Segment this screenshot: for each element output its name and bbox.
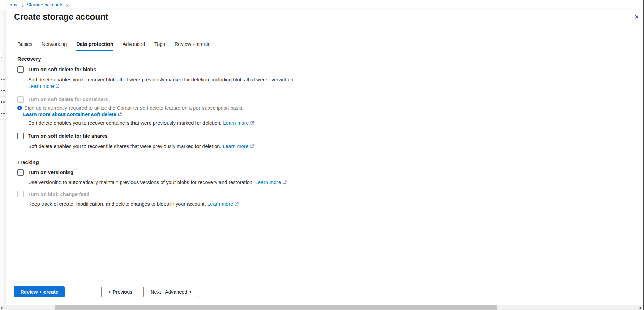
blob-change-feed-row: Turn on blob change feed xyxy=(17,191,539,197)
soft-delete-blobs-checkbox[interactable] xyxy=(17,66,24,73)
create-storage-account-blade: Create storage account ✕ Basics Networki… xyxy=(6,9,644,305)
review-create-button[interactable]: Review + create xyxy=(14,286,65,297)
background-partial-checkbox xyxy=(0,51,2,58)
description-text: Soft delete enables you to recover blobs… xyxy=(28,77,295,82)
wizard-footer: Review + create < Previous Next : Advanc… xyxy=(14,286,199,297)
soft-delete-file-shares-row: Turn on soft delete for file shares xyxy=(17,133,539,139)
info-text: Sign up is currently required to utilize… xyxy=(24,105,243,111)
chevron-right-icon: › xyxy=(66,1,68,8)
info-icon: i xyxy=(17,106,22,110)
blob-change-feed-learn-more-link[interactable]: Learn more xyxy=(207,201,239,207)
container-soft-delete-learn-more: Learn more about container soft delete xyxy=(23,112,539,117)
description-text: Use versioning to automatically maintain… xyxy=(28,180,254,185)
soft-delete-blobs-row: Turn on soft delete for blobs xyxy=(17,66,539,73)
breadcrumb: Home › Storage accounts › xyxy=(0,0,68,9)
versioning-learn-more-link[interactable]: Learn more xyxy=(255,180,287,185)
soft-delete-blobs-description: Soft delete enables you to recover blobs… xyxy=(28,76,539,90)
blob-change-feed-checkbox xyxy=(17,191,24,197)
soft-delete-file-shares-label: Turn on soft delete for file shares xyxy=(28,133,108,139)
soft-delete-containers-row: Turn on soft delete for containers xyxy=(17,96,539,103)
ellipsis-icon xyxy=(1,113,5,114)
external-link-icon xyxy=(250,144,254,150)
external-link-icon xyxy=(282,180,287,186)
soft-delete-containers-checkbox xyxy=(17,96,24,103)
versioning-checkbox[interactable] xyxy=(17,169,24,176)
footer-divider xyxy=(14,274,637,274)
external-link-icon xyxy=(234,201,239,208)
previous-button[interactable]: < Previous xyxy=(101,287,139,297)
row-divider xyxy=(0,119,6,120)
ellipsis-icon xyxy=(1,79,5,80)
soft-delete-blobs-learn-more-link[interactable]: Learn more xyxy=(28,83,59,89)
data-protection-form: Recovery Turn on soft delete for blobs S… xyxy=(17,56,539,208)
soft-delete-containers-label: Turn on soft delete for containers xyxy=(28,97,108,102)
containers-signup-info: i Sign up is currently required to utili… xyxy=(17,105,539,111)
scroll-left-icon[interactable]: ◀ xyxy=(0,306,2,309)
description-text: Soft delete enables you to recover file … xyxy=(28,144,221,149)
page-title: Create storage account xyxy=(14,12,108,22)
soft-delete-file-shares-description: Soft delete enables you to recover file … xyxy=(28,143,539,150)
blob-change-feed-label: Turn on blob change feed xyxy=(28,191,89,197)
tab-tags[interactable]: Tags xyxy=(154,41,165,51)
create-storage-account-page: Home › Storage accounts › Create storage… xyxy=(0,0,644,310)
breadcrumb-storage-accounts-link[interactable]: Storage accounts xyxy=(27,2,63,7)
soft-delete-file-shares-learn-more-link[interactable]: Learn more xyxy=(223,144,254,149)
versioning-label: Turn on versioning xyxy=(28,170,73,175)
ellipsis-icon xyxy=(1,101,5,103)
wizard-tabs: Basics Networking Data protection Advanc… xyxy=(17,41,220,51)
next-advanced-button[interactable]: Next : Advanced > xyxy=(143,287,199,297)
soft-delete-blobs-label: Turn on soft delete for blobs xyxy=(28,67,96,72)
tab-data-protection[interactable]: Data protection xyxy=(76,41,113,51)
horizontal-scrollbar-thumb[interactable] xyxy=(55,305,497,310)
row-divider xyxy=(0,96,6,97)
scroll-right-icon[interactable]: ▶ xyxy=(640,306,642,309)
tab-review-create[interactable]: Review + create xyxy=(175,41,211,51)
chevron-right-icon: › xyxy=(22,1,24,8)
tracking-section-heading: Tracking xyxy=(17,159,539,165)
external-link-icon xyxy=(55,83,59,90)
breadcrumb-home-link[interactable]: Home xyxy=(6,2,19,7)
description-text: Soft delete enables you to recover conta… xyxy=(28,120,222,126)
tab-networking[interactable]: Networking xyxy=(42,41,67,51)
description-text: Keep track of create, modification, and … xyxy=(28,201,206,207)
row-divider xyxy=(0,85,6,85)
recovery-section-heading: Recovery xyxy=(17,56,539,62)
tab-basics[interactable]: Basics xyxy=(17,41,32,51)
versioning-row: Turn on versioning xyxy=(17,169,539,176)
row-divider xyxy=(0,108,6,108)
external-link-icon xyxy=(250,120,254,127)
versioning-description: Use versioning to automatically maintain… xyxy=(28,179,539,186)
horizontal-scrollbar[interactable]: ◀ ▶ xyxy=(0,305,644,310)
soft-delete-containers-learn-more-link[interactable]: Learn more xyxy=(223,120,254,126)
soft-delete-containers-description: Soft delete enables you to recover conta… xyxy=(28,120,539,127)
close-icon[interactable]: ✕ xyxy=(633,14,641,21)
tab-advanced[interactable]: Advanced xyxy=(123,41,145,51)
ellipsis-icon xyxy=(1,90,5,91)
container-soft-delete-learn-more-link[interactable]: Learn more about container soft delete xyxy=(23,112,122,117)
blob-change-feed-description: Keep track of create, modification, and … xyxy=(28,201,539,208)
external-link-icon xyxy=(118,112,122,117)
soft-delete-file-shares-checkbox[interactable] xyxy=(17,133,24,139)
background-list-strip xyxy=(0,9,6,305)
